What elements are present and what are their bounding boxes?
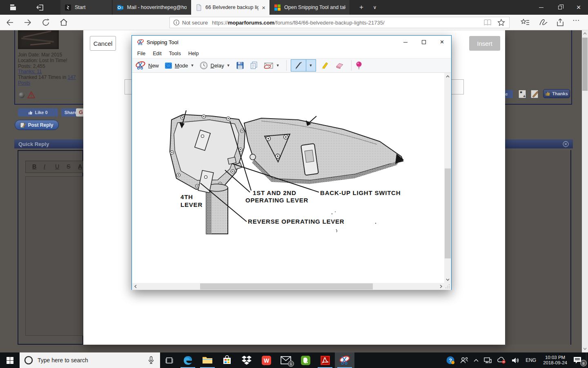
favorites-hub-icon[interactable]: [520, 18, 530, 27]
taskbar-snipping-tool[interactable]: [335, 352, 354, 368]
underline-button[interactable]: U: [55, 163, 59, 170]
highlighter-button[interactable]: [320, 61, 329, 70]
home-icon[interactable]: [59, 18, 69, 27]
snip-resize-grip[interactable]: [444, 283, 451, 290]
tab-belvedere-active[interactable]: 66 Belvedere backup lig ×: [191, 0, 270, 15]
snip-minimize-button[interactable]: [396, 36, 414, 48]
strikethrough-button[interactable]: S: [67, 163, 70, 170]
report-warning-icon[interactable]: [27, 91, 35, 99]
taskbar-mail[interactable]: 1: [276, 352, 296, 368]
insert-button[interactable]: Insert: [469, 36, 500, 51]
network-tray-button[interactable]: [481, 352, 494, 368]
cancel-button[interactable]: Cancel: [90, 36, 116, 51]
snip-scroll-left-icon[interactable]: [132, 283, 139, 290]
post-reply-button[interactable]: Post Reply: [15, 120, 59, 130]
thanked-posts-link[interactable]: Posts: [18, 81, 30, 86]
email-dropdown-icon[interactable]: ▼: [276, 63, 280, 67]
facebook-like-button[interactable]: Like 0: [18, 108, 58, 117]
favorite-star-icon[interactable]: [497, 19, 505, 27]
taskbar-acrobat[interactable]: [315, 352, 335, 368]
save-button[interactable]: [236, 61, 244, 70]
snip-scroll-down-icon[interactable]: [444, 276, 451, 283]
snip-vertical-scrollbar[interactable]: [444, 73, 451, 283]
action-center-button[interactable]: 8: [570, 352, 586, 368]
balloon-button[interactable]: [356, 61, 362, 70]
snip-horizontal-scrollbar[interactable]: [132, 283, 444, 290]
taskbar-file-explorer[interactable]: [198, 352, 217, 368]
font-color-button[interactable]: A: [78, 163, 82, 170]
volume-tray-button[interactable]: [509, 352, 522, 368]
snipping-tool-titlebar[interactable]: Snipping Tool ×: [132, 36, 451, 49]
snip-hscroll-thumb[interactable]: [200, 283, 373, 289]
tab-list-dropdown[interactable]: ∨: [370, 2, 380, 12]
tab-snipping-search[interactable]: Open Snipping Tool and tak: [270, 0, 350, 15]
thanks-link[interactable]: Thanks: 11: [18, 69, 42, 75]
taskbar-edge[interactable]: [178, 352, 198, 368]
tab-preview-icon[interactable]: [9, 3, 17, 11]
forward-icon[interactable]: [23, 18, 33, 27]
back-icon[interactable]: [5, 18, 15, 27]
tab-mail[interactable]: Mail - hooverinthepeg@ho: [113, 0, 191, 15]
hidden-icons-button[interactable]: [471, 352, 481, 368]
menu-edit[interactable]: Edit: [149, 51, 165, 56]
menu-help[interactable]: Help: [185, 51, 203, 56]
taskbar-search-box[interactable]: Type here to search: [20, 352, 160, 368]
delay-button[interactable]: Delay ▼: [200, 61, 230, 70]
browser-restore-button[interactable]: [550, 0, 569, 15]
browser-minimize-button[interactable]: [532, 0, 550, 15]
snip-close-button[interactable]: ×: [433, 36, 451, 48]
copy-button[interactable]: [250, 61, 258, 70]
mode-button[interactable]: Mode ▼: [165, 62, 194, 69]
new-tab-button[interactable]: +: [356, 2, 367, 12]
snip-scroll-up-icon[interactable]: [444, 73, 451, 80]
collapse-icon[interactable]: [563, 141, 569, 147]
clock[interactable]: 10:03 PM2018-09-24: [540, 352, 570, 368]
scroll-down-icon[interactable]: [583, 348, 587, 350]
bold-button[interactable]: B: [32, 163, 36, 170]
multiquote-icon[interactable]: ❞+: [518, 89, 528, 99]
taskbar-evernote[interactable]: [296, 352, 315, 368]
help-tray-button[interactable]: ?: [443, 352, 457, 368]
language-indicator[interactable]: ENG: [522, 352, 540, 368]
info-icon[interactable]: [173, 19, 180, 26]
pen-button[interactable]: [291, 60, 306, 71]
taskbar-wps[interactable]: W: [256, 352, 276, 368]
reading-view-icon[interactable]: [483, 19, 492, 26]
snip-maximize-button[interactable]: [414, 36, 433, 48]
pen-dropdown-icon[interactable]: ▼: [306, 60, 316, 71]
refresh-icon[interactable]: [41, 18, 51, 27]
show-desktop-button[interactable]: [586, 352, 588, 368]
user-avatar[interactable]: [18, 30, 59, 49]
thanked-count-link[interactable]: 147: [67, 74, 76, 80]
task-view-button[interactable]: [160, 352, 178, 368]
eraser-button[interactable]: [335, 61, 345, 70]
email-button[interactable]: ▼: [264, 62, 280, 70]
edit-post-icon[interactable]: [530, 89, 540, 99]
snip-vscroll-thumb[interactable]: [445, 168, 451, 258]
new-snip-button[interactable]: New: [135, 61, 159, 70]
share-icon[interactable]: [555, 18, 565, 27]
more-options-icon[interactable]: ⋯: [572, 16, 582, 26]
start-button[interactable]: [0, 352, 20, 368]
microphone-icon[interactable]: [148, 356, 154, 364]
reply-textarea[interactable]: [25, 176, 83, 336]
browser-close-button[interactable]: ×: [569, 0, 588, 15]
tab-start[interactable]: Start: [60, 0, 112, 15]
italic-button[interactable]: I: [44, 163, 45, 170]
address-bar[interactable]: Not secure https://moparforums.com/forum…: [169, 17, 510, 28]
browser-scroll-thumb[interactable]: [582, 38, 588, 91]
tab-close-icon[interactable]: ×: [262, 4, 265, 11]
taskbar-store[interactable]: [217, 352, 237, 368]
thanks-button[interactable]: Thanks: [543, 89, 570, 98]
taskbar-dropbox[interactable]: [237, 352, 256, 368]
snip-scroll-right-icon[interactable]: [437, 283, 444, 290]
web-notes-icon[interactable]: [538, 18, 548, 27]
people-tray-button[interactable]: [457, 352, 471, 368]
browser-scrollbar[interactable]: [582, 30, 588, 352]
delay-dropdown-icon[interactable]: ▼: [227, 63, 230, 67]
menu-file[interactable]: File: [134, 51, 149, 56]
set-aside-tabs-icon[interactable]: [36, 3, 44, 11]
onedrive-tray-button[interactable]: [494, 352, 509, 368]
mode-dropdown-icon[interactable]: ▼: [191, 63, 194, 67]
scroll-up-icon[interactable]: [583, 32, 587, 35]
